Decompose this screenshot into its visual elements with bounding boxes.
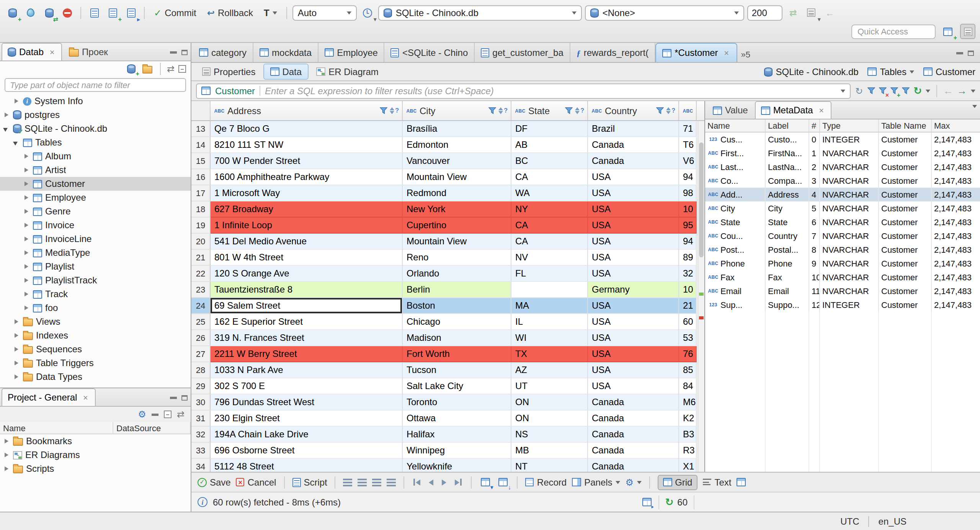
expand-toggle-icon[interactable] bbox=[13, 346, 20, 353]
row-number[interactable]: 19 bbox=[191, 218, 211, 234]
grid-cell[interactable]: AB bbox=[511, 137, 588, 153]
sql-console-icon[interactable]: ▸ bbox=[123, 5, 139, 20]
grid-cell[interactable]: USA bbox=[588, 362, 679, 378]
quick-access-input[interactable] bbox=[851, 24, 936, 39]
column-header-address[interactable]: ABCAddress? bbox=[211, 101, 403, 120]
last-row-button[interactable] bbox=[454, 478, 464, 486]
grid-cell[interactable]: 120 S Orange Ave bbox=[211, 266, 403, 282]
filter-funnel-icon[interactable] bbox=[655, 107, 664, 114]
meta-row-city[interactable]: ABCCityCity5NVARCHARCustomer2,147,483 bbox=[705, 201, 980, 215]
grid-cell[interactable]: Reno bbox=[403, 250, 511, 266]
meta-row-compa[interactable]: ABCCo...Compa...3NVARCHARCustomer2,147,4… bbox=[705, 174, 980, 188]
sort-column-icon[interactable]: ? bbox=[666, 107, 675, 114]
tree-item-invoice[interactable]: Invoice bbox=[0, 218, 191, 232]
transaction-mode-button[interactable]: T bbox=[260, 6, 281, 20]
reconnect-icon[interactable]: ⇄ bbox=[41, 5, 57, 20]
grid-cell[interactable]: USA bbox=[588, 218, 679, 234]
grid-cell[interactable]: WI bbox=[511, 330, 588, 346]
custom-filter-icon[interactable] bbox=[902, 85, 910, 96]
expand-toggle-icon[interactable] bbox=[23, 153, 30, 160]
grid-scrollbar[interactable] bbox=[697, 121, 704, 472]
grid-cell[interactable]: Tucson bbox=[403, 362, 511, 378]
grid-cell[interactable]: 10 bbox=[679, 201, 697, 218]
grid-cell[interactable]: USA bbox=[588, 314, 679, 330]
editor-tab-rewards-report[interactable]: ƒrewards_report( bbox=[570, 43, 655, 62]
grid-cell[interactable]: Canada bbox=[588, 443, 679, 459]
tree-item-system-info[interactable]: iSystem Info bbox=[0, 94, 191, 108]
meta-column-header-table-name[interactable]: Table Name bbox=[879, 119, 932, 132]
navigator-new-connection-icon[interactable]: + bbox=[126, 63, 138, 75]
grid-cell[interactable] bbox=[511, 282, 588, 298]
locale-indicator[interactable]: en_US bbox=[879, 516, 906, 527]
column-header-item[interactable]: ABC bbox=[679, 101, 697, 120]
grid-cell[interactable]: 85 bbox=[679, 362, 697, 378]
row-number[interactable]: 13 bbox=[191, 121, 211, 137]
minimize-icon[interactable] bbox=[152, 413, 158, 415]
tree-item-data-types[interactable]: Data Types bbox=[0, 370, 191, 384]
row-number[interactable]: 25 bbox=[191, 314, 211, 330]
row-number[interactable]: 22 bbox=[191, 266, 211, 282]
grid-cell[interactable]: Canada bbox=[588, 411, 679, 427]
editor-tab-category[interactable]: category bbox=[193, 43, 253, 62]
maximize-view-icon[interactable] bbox=[181, 395, 188, 401]
meta-column-header-name[interactable]: Name bbox=[705, 119, 766, 132]
grid-cell[interactable]: 10 bbox=[679, 282, 697, 298]
row-number[interactable]: 14 bbox=[191, 137, 211, 153]
transaction-log-icon[interactable]: ▾ bbox=[360, 5, 375, 20]
grid-cell[interactable]: USA bbox=[588, 378, 679, 394]
tree-item-postgres[interactable]: postgres bbox=[0, 108, 191, 122]
collapse-toggle-icon[interactable] bbox=[13, 139, 20, 146]
grid-cell[interactable]: 796 Dundas Street West bbox=[211, 394, 403, 411]
grid-cell[interactable]: 1 Microsoft Way bbox=[211, 185, 403, 201]
grid-cell[interactable]: Fort Worth bbox=[403, 346, 511, 362]
grid-cell[interactable]: Ottawa bbox=[403, 411, 511, 427]
row-number[interactable]: 15 bbox=[191, 153, 211, 169]
meta-row-fax[interactable]: ABCFaxFax10NVARCHARCustomer2,147,483 bbox=[705, 270, 980, 284]
meta-column-header-max[interactable]: Max bbox=[932, 119, 980, 132]
grid-cell[interactable]: WA bbox=[511, 185, 588, 201]
apply-filter-icon[interactable] bbox=[867, 85, 875, 96]
grid-cell[interactable]: USA bbox=[588, 185, 679, 201]
settings-button[interactable]: ⚙ bbox=[626, 478, 642, 487]
grid-cell[interactable]: Halifax bbox=[403, 427, 511, 443]
grid-cell[interactable]: NV bbox=[511, 250, 588, 266]
tab-value[interactable]: Value bbox=[707, 101, 754, 119]
refresh-filter-icon[interactable]: ↻ bbox=[855, 86, 863, 95]
panels-button[interactable]: Panels bbox=[572, 477, 620, 487]
fetch-size-input[interactable] bbox=[747, 5, 782, 20]
tab-er-diagram[interactable]: ER Diagram bbox=[310, 64, 385, 80]
navigator-new-folder-icon[interactable] bbox=[142, 63, 154, 75]
close-icon[interactable] bbox=[48, 48, 56, 56]
row-number[interactable]: 23 bbox=[191, 282, 211, 298]
calc-panel-icon[interactable]: ‣ bbox=[640, 496, 653, 508]
grid-cell[interactable]: R3 bbox=[679, 443, 697, 459]
column-header-city[interactable]: ABCCity? bbox=[403, 101, 511, 120]
close-icon[interactable] bbox=[818, 106, 825, 114]
grid-cell[interactable]: Germany bbox=[588, 282, 679, 298]
column-header-name[interactable]: Name bbox=[0, 422, 113, 433]
row-number[interactable]: 16 bbox=[191, 169, 211, 185]
grid-cell[interactable]: USA bbox=[588, 250, 679, 266]
tree-item-mediatype[interactable]: MediaType bbox=[0, 246, 191, 260]
expand-toggle-icon[interactable] bbox=[13, 373, 20, 380]
grid-cell[interactable]: 60 bbox=[679, 314, 697, 330]
meta-row-email[interactable]: ABCEmailEmail11NVARCHARCustomer2,147,483 bbox=[705, 284, 980, 298]
expand-toggle-icon[interactable] bbox=[23, 208, 30, 215]
expand-toggle-icon[interactable] bbox=[13, 318, 20, 325]
expand-toggle-icon[interactable] bbox=[23, 236, 30, 242]
grid-cell[interactable]: USA bbox=[588, 201, 679, 218]
collapse-toggle-icon[interactable] bbox=[3, 125, 10, 132]
breadcrumb-table[interactable]: Customer bbox=[923, 66, 975, 77]
project-item-scripts[interactable]: Scripts bbox=[0, 462, 191, 476]
tab-project-general[interactable]: Project - General bbox=[2, 388, 95, 406]
grid-cell[interactable]: 801 W 4th Street bbox=[211, 250, 403, 266]
row-number[interactable]: 28 bbox=[191, 362, 211, 378]
grid-cell[interactable]: Chicago bbox=[403, 314, 511, 330]
fetch-next-page-icon[interactable]: ▾ bbox=[480, 476, 492, 488]
editor-tab-customer[interactable]: *Customer bbox=[655, 43, 737, 62]
delete-row-icon[interactable] bbox=[372, 478, 382, 486]
grid-cell[interactable]: Mountain View bbox=[403, 169, 511, 185]
expand-toggle-icon[interactable] bbox=[23, 167, 30, 173]
tree-item-invoiceline[interactable]: InvoiceLine bbox=[0, 232, 191, 246]
maximize-view-icon[interactable] bbox=[181, 50, 188, 55]
